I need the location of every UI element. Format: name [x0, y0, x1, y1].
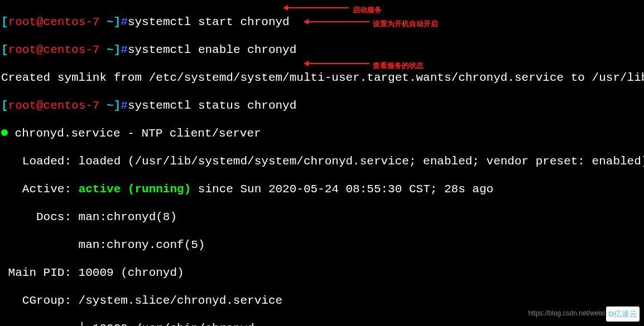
line-symlink: Created symlink from /etc/systemd/system…: [1, 71, 643, 85]
prompt-bracket: [: [1, 16, 8, 28]
annotation-3: 查看服务的状态: [373, 59, 424, 72]
prompt-cwd: ~: [99, 16, 113, 28]
arrow-icon: [308, 21, 369, 22]
arrow-icon: [287, 7, 349, 8]
active-state: active (running): [79, 183, 191, 196]
prompt-hash: #: [121, 16, 128, 28]
arrow-icon: [308, 63, 369, 64]
annotation-1: 启动服务: [353, 3, 382, 17]
active-dot-icon: [1, 129, 8, 136]
prompt-bracket-close: ]: [114, 16, 121, 28]
command-3: systemctl status chronyd: [128, 99, 296, 112]
line-mainpid: Main PID: 10009 (chronyd): [1, 266, 643, 280]
line-cgroup1: CGroup: /system.slice/chronyd.service: [1, 294, 643, 308]
logo-badge: ⧉亿速云: [606, 306, 640, 322]
prompt-user: root@centos-7: [8, 16, 100, 28]
watermark-text: https://blog.csdn.net/weixi: [528, 306, 605, 320]
line-docs1: Docs: man:chronyd(8): [1, 210, 643, 224]
command-1: systemctl start chronyd: [128, 16, 290, 28]
annotation-2: 设置为开机自动开启: [373, 17, 438, 31]
line-loaded: Loaded: loaded (/usr/lib/systemd/system/…: [1, 154, 643, 168]
line-service: chronyd.service - NTP client/server: [1, 126, 643, 140]
line-cgroup2: └─10009 /usr/sbin/chronyd: [1, 322, 643, 326]
line-3: [root@centos-7 ~]#systemctl status chron…: [1, 99, 643, 113]
line-active: Active: active (running) since Sun 2020-…: [1, 182, 643, 196]
line-2: [root@centos-7 ~]#systemctl enable chron…: [1, 43, 643, 57]
command-2: systemctl enable chronyd: [128, 43, 296, 56]
line-docs2: man:chrony.conf(5): [1, 238, 643, 252]
terminal-output[interactable]: [root@centos-7 ~]#systemctl start chrony…: [1, 1, 643, 326]
